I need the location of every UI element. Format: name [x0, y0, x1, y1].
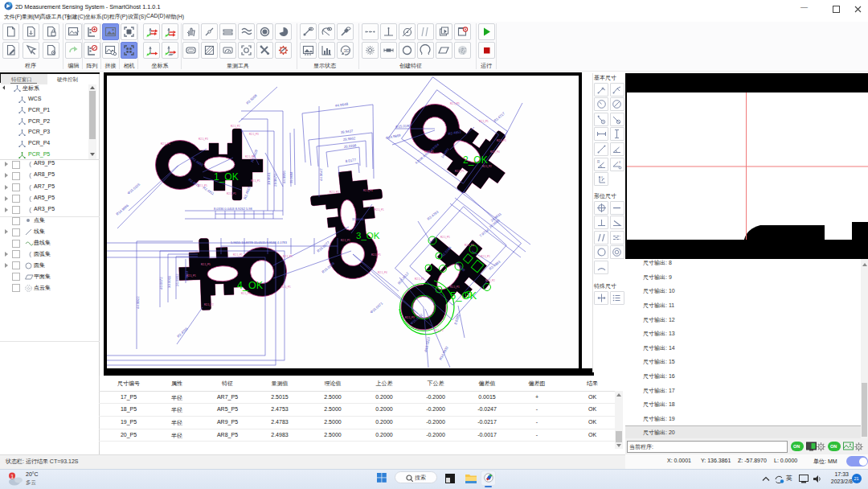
svg-text:5_OK: 5_OK [450, 290, 477, 302]
svg-text:R2.5_P1: R2.5_P1 [481, 255, 490, 258]
svg-text:R2.5_P2: R2.5_P2 [434, 329, 444, 332]
svg-text:R15.0112: R15.0112 [397, 271, 410, 286]
svg-text:R2.5_P5: R2.5_P5 [440, 236, 450, 239]
svg-text:R2.5_P2: R2.5_P2 [485, 279, 495, 282]
svg-text:R2.5_P4: R2.5_P4 [378, 271, 387, 274]
svg-text:R2.5_P1: R2.5_P1 [479, 120, 489, 123]
svg-text:R2.5_P1: R2.5_P1 [227, 192, 236, 195]
svg-text:R2.5_P1: R2.5_P1 [233, 253, 243, 257]
svg-text:R2.4983: R2.4983 [243, 186, 251, 200]
svg-text:29.9902: 29.9902 [343, 136, 357, 142]
svg-text:39.9437: 39.9437 [341, 129, 354, 134]
svg-text:R2.5_P1: R2.5_P1 [424, 150, 434, 154]
svg-text:R2.5_P5: R2.5_P5 [201, 263, 211, 266]
svg-text:R2.5_P2: R2.5_P2 [204, 303, 214, 306]
svg-text:R2.5_P4: R2.5_P4 [490, 150, 500, 154]
svg-text:30.0011: 30.0011 [167, 275, 171, 288]
svg-text:R2.5008: R2.5008 [245, 93, 258, 105]
svg-text:44.9648: 44.9648 [334, 102, 348, 108]
svg-text:R2.4983: R2.4983 [489, 259, 502, 270]
svg-text:44.9647: 44.9647 [319, 168, 323, 181]
svg-text:R2.5_P1: R2.5_P1 [161, 142, 170, 146]
svg-text:44.9956: 44.9956 [282, 171, 286, 183]
svg-text:1_OK: 1_OK [214, 171, 239, 183]
svg-text:R2.5_P5: R2.5_P5 [283, 255, 293, 258]
svg-text:R2.5_P2: R2.5_P2 [330, 191, 339, 194]
svg-text:R2.5_P5: R2.5_P5 [198, 184, 207, 187]
svg-text:Φ14.9869: Φ14.9869 [385, 134, 401, 140]
svg-text:R2.5_P4: R2.5_P4 [245, 155, 255, 158]
svg-text:y: y [601, 175, 603, 179]
svg-text:29.9870: 29.9870 [273, 174, 277, 187]
svg-text:39.9684: 39.9684 [289, 171, 293, 183]
svg-text:R2.5_P1: R2.5_P1 [455, 170, 465, 173]
svg-text:R2.5_P3: R2.5_P3 [405, 316, 415, 319]
svg-text:Φ15.0105: Φ15.0105 [126, 182, 141, 195]
svg-text:R14.9886: R14.9886 [115, 203, 129, 216]
svg-text:R2.5_P2: R2.5_P2 [231, 125, 240, 128]
svg-text:R2.5_P5: R2.5_P5 [415, 277, 424, 281]
svg-text:5.9655 10.8778 15.0515 9.9538: 5.9655 10.8778 15.0515 9.9538 4.0783 [231, 240, 288, 244]
svg-text:2_OK: 2_OK [463, 154, 488, 166]
svg-text:R2.4717: R2.4717 [493, 111, 506, 123]
svg-text:R2.5_P1: R2.5_P1 [281, 286, 291, 289]
svg-text:3_OK: 3_OK [356, 231, 380, 240]
svg-text:Φ15.0190: Φ15.0190 [395, 124, 411, 129]
svg-text:15.0044: 15.0044 [352, 217, 364, 221]
svg-text:R2.5_P1: R2.5_P1 [251, 179, 260, 183]
svg-text:3D: 3D [344, 48, 350, 53]
svg-text:Φ15.0371: Φ15.0371 [369, 301, 383, 314]
svg-text:1: 1 [10, 474, 14, 479]
svg-text:4_OK: 4_OK [237, 280, 264, 291]
svg-text:R2.4783: R2.4783 [427, 209, 440, 220]
svg-text:R2.5_P1: R2.5_P1 [375, 208, 384, 212]
svg-text:R: R [597, 160, 600, 164]
svg-text:R2.5_P4: R2.5_P4 [465, 244, 474, 247]
svg-text:19.9801: 19.9801 [267, 172, 271, 185]
svg-text:R2.5_P5: R2.5_P5 [371, 253, 381, 257]
svg-text:44.9922: 44.9922 [136, 296, 140, 309]
svg-text:R2.5_P3: R2.5_P3 [199, 138, 208, 141]
svg-text:7.9734: 7.9734 [479, 228, 490, 237]
svg-text:R2.5_P5: R2.5_P5 [241, 292, 251, 295]
svg-text:R2.5_P1: R2.5_P1 [450, 286, 460, 289]
svg-text:8.0336 0.0403 8.9262 5.98: 8.0336 0.0403 8.9262 5.98 [214, 207, 253, 211]
svg-text:x: x [619, 160, 621, 164]
svg-text:Φ15.0223: Φ15.0223 [424, 336, 431, 352]
svg-text:8.0177: 8.0177 [345, 158, 356, 163]
svg-text:R2.5_P3: R2.5_P3 [249, 133, 259, 136]
svg-text:R2.5_P1: R2.5_P1 [341, 239, 350, 242]
svg-text:8.0382: 8.0382 [453, 314, 461, 326]
svg-text:26.0352: 26.0352 [175, 273, 179, 286]
svg-text:R14.9932: R14.9932 [438, 345, 448, 360]
svg-text:40.0072: 40.0072 [159, 277, 163, 290]
svg-text:R2.4705: R2.4705 [176, 327, 189, 339]
svg-text:R2.5_P4: R2.5_P4 [363, 189, 373, 192]
svg-text:R2.5_P5: R2.5_P5 [497, 139, 506, 142]
svg-text:R2.5_P1: R2.5_P1 [186, 274, 196, 277]
svg-text:R2.5_P5: R2.5_P5 [450, 102, 460, 105]
